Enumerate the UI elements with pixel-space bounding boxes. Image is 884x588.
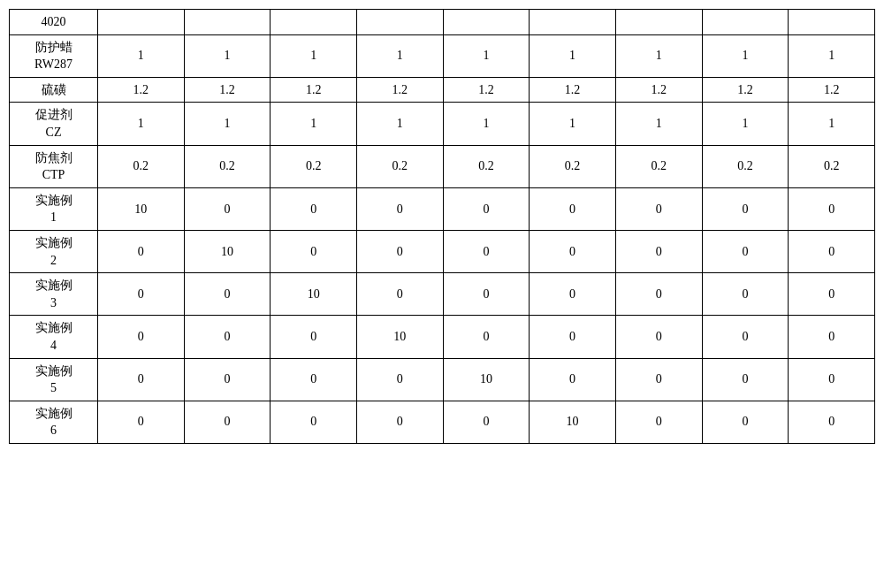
table-cell: 1.2 (530, 77, 616, 103)
table-cell: 1 (271, 34, 357, 77)
table-cell: 10 (443, 358, 530, 401)
table-cell: 1 (443, 34, 530, 77)
table-row: 实施例40001000000 (10, 316, 875, 358)
table-row: 硫磺1.21.21.21.21.21.21.21.21.2 (10, 77, 875, 103)
table-row: 实施例30010000000 (10, 273, 875, 316)
table-cell: 1 (184, 103, 271, 145)
table-cell (530, 10, 616, 35)
table-cell: 0 (702, 401, 789, 443)
table-cell (98, 10, 185, 35)
row-label: 防护蜡RW287 (10, 34, 98, 77)
table-cell: 0 (702, 273, 789, 316)
table-cell: 1.2 (356, 77, 443, 103)
table-row: 实施例60000010000 (10, 401, 875, 443)
table-cell: 0 (789, 273, 875, 316)
table-cell: 0.2 (356, 145, 443, 187)
table-cell: 10 (530, 401, 616, 443)
table-cell: 0 (789, 401, 875, 443)
table-cell: 0 (615, 230, 702, 272)
row-label: 防焦剂CTP (10, 145, 98, 187)
table-cell: 0 (615, 316, 702, 358)
table-cell: 0 (184, 358, 271, 401)
table-cell: 10 (356, 316, 443, 358)
table-cell: 0 (184, 273, 271, 316)
table-cell: 1.2 (443, 77, 530, 103)
table-cell: 0 (443, 187, 530, 230)
table-row: 实施例20100000000 (10, 230, 875, 272)
table-cell: 0 (184, 401, 271, 443)
table-cell: 0 (789, 187, 875, 230)
table-cell: 0 (789, 358, 875, 401)
table-cell: 0 (98, 401, 185, 443)
table-cell: 0 (98, 273, 185, 316)
table-row: 实施例11000000000 (10, 187, 875, 230)
table-cell: 0 (702, 358, 789, 401)
table-cell: 0 (271, 230, 357, 272)
table-cell: 0 (615, 187, 702, 230)
table-cell: 1.2 (702, 77, 789, 103)
table-cell: 0 (615, 273, 702, 316)
table-cell: 0.2 (271, 145, 357, 187)
table-row: 防焦剂CTP0.20.20.20.20.20.20.20.20.2 (10, 145, 875, 187)
table-cell: 0 (271, 187, 357, 230)
table-cell: 1 (530, 103, 616, 145)
row-label: 4020 (10, 10, 98, 35)
table-cell: 1.2 (271, 77, 357, 103)
table-cell: 1.2 (615, 77, 702, 103)
table-cell: 0 (789, 316, 875, 358)
table-cell (271, 10, 357, 35)
table-cell (789, 10, 875, 35)
table-cell: 0 (530, 273, 616, 316)
row-label: 实施例4 (10, 316, 98, 358)
table-cell: 0 (530, 187, 616, 230)
table-cell: 1 (443, 103, 530, 145)
table-cell: 1 (98, 34, 185, 77)
table-cell: 0 (615, 401, 702, 443)
table-cell: 0 (443, 401, 530, 443)
table-cell: 0 (98, 358, 185, 401)
table-cell: 1 (615, 34, 702, 77)
table-cell: 1 (98, 103, 185, 145)
table-cell: 0.2 (615, 145, 702, 187)
table-cell: 0.2 (789, 145, 875, 187)
table-cell: 0 (98, 230, 185, 272)
table-cell: 10 (184, 230, 271, 272)
table-cell: 0 (443, 230, 530, 272)
table-row: 实施例50000100000 (10, 358, 875, 401)
table-cell: 1 (356, 103, 443, 145)
table-cell: 0 (615, 358, 702, 401)
table-cell: 10 (271, 273, 357, 316)
table-cell: 0 (443, 316, 530, 358)
table-cell: 0 (184, 187, 271, 230)
table-cell: 0.2 (443, 145, 530, 187)
table-cell: 1 (356, 34, 443, 77)
table-cell: 0 (271, 358, 357, 401)
table-cell: 1 (789, 34, 875, 77)
table-cell: 0 (702, 187, 789, 230)
row-label: 实施例1 (10, 187, 98, 230)
table-cell (184, 10, 271, 35)
table-cell: 1.2 (789, 77, 875, 103)
table-cell: 0 (356, 358, 443, 401)
table-cell: 1 (615, 103, 702, 145)
table-cell: 0 (356, 187, 443, 230)
table-cell: 0 (356, 401, 443, 443)
table-cell: 1 (271, 103, 357, 145)
table-cell: 1.2 (98, 77, 185, 103)
row-label: 实施例2 (10, 230, 98, 272)
table-cell: 0.2 (98, 145, 185, 187)
table-cell: 1 (789, 103, 875, 145)
table-row: 防护蜡RW287111111111 (10, 34, 875, 77)
table-cell: 1 (530, 34, 616, 77)
table-cell: 0.2 (530, 145, 616, 187)
row-label: 硫磺 (10, 77, 98, 103)
table-cell: 10 (98, 187, 185, 230)
table-cell: 0 (789, 230, 875, 272)
table-cell (615, 10, 702, 35)
table-cell: 1.2 (184, 77, 271, 103)
table-container: 4020防护蜡RW287111111111硫磺1.21.21.21.21.21.… (9, 9, 875, 444)
table-row: 促进剂CZ111111111 (10, 103, 875, 145)
table-cell: 1 (702, 103, 789, 145)
table-cell: 1 (702, 34, 789, 77)
table-cell: 0 (530, 230, 616, 272)
